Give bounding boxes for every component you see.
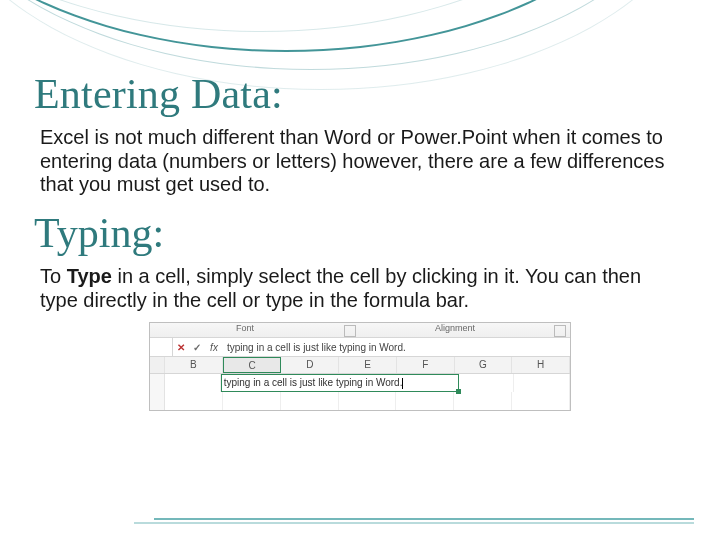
cell-row: typing in a cell is just like typing in …	[150, 374, 570, 392]
active-cell: typing in a cell is just like typing in …	[221, 374, 459, 392]
col-header-selected: C	[223, 357, 282, 373]
col-header: B	[165, 357, 223, 373]
dialog-launcher-icon	[554, 325, 566, 337]
cell	[396, 392, 454, 410]
select-all-corner	[150, 357, 165, 373]
name-box	[150, 338, 173, 356]
formula-bar-text: typing in a cell is just like typing in …	[223, 342, 570, 353]
decorative-underline	[134, 522, 694, 524]
cell	[512, 392, 570, 410]
dialog-launcher-icon	[344, 325, 356, 337]
text: in a cell, simply select the cell by cli…	[40, 265, 641, 311]
col-header: E	[339, 357, 397, 373]
ribbon: Font Alignment	[150, 323, 570, 338]
paragraph-entering-data: Excel is not much different than Word or…	[40, 126, 680, 197]
heading-entering-data: Entering Data:	[34, 0, 686, 116]
paragraph-typing: To Type in a cell, simply select the cel…	[40, 265, 680, 312]
cell	[281, 392, 339, 410]
bold-type: Type	[67, 265, 112, 287]
slide: Entering Data: Excel is not much differe…	[0, 0, 720, 540]
col-header: F	[397, 357, 455, 373]
formula-bar: ✕ ✓ fx typing in a cell is just like typ…	[150, 338, 570, 357]
col-header: H	[512, 357, 570, 373]
cell	[459, 374, 515, 392]
text-cursor	[402, 378, 403, 389]
column-headers: B C D E F G H	[150, 357, 570, 374]
col-header: D	[281, 357, 339, 373]
cell	[223, 392, 281, 410]
ribbon-group-font-label: Font	[150, 323, 340, 337]
cell	[514, 374, 570, 392]
cell-row	[150, 392, 570, 410]
cell	[165, 374, 221, 392]
heading-typing: Typing:	[34, 197, 686, 255]
decorative-underline	[154, 518, 694, 520]
cell	[165, 392, 223, 410]
cell	[339, 392, 397, 410]
ribbon-group-alignment-label: Alignment	[360, 323, 550, 337]
col-header: G	[455, 357, 513, 373]
row-header	[150, 392, 165, 410]
cell-text: typing in a cell is just like typing in …	[224, 377, 403, 388]
excel-screenshot: Font Alignment ✕ ✓ fx typing in a cell i…	[149, 322, 571, 411]
row-header	[150, 374, 165, 392]
cell	[454, 392, 512, 410]
fx-icon: fx	[205, 342, 223, 353]
cancel-icon: ✕	[173, 342, 189, 353]
text: To	[40, 265, 67, 287]
enter-icon: ✓	[189, 342, 205, 353]
